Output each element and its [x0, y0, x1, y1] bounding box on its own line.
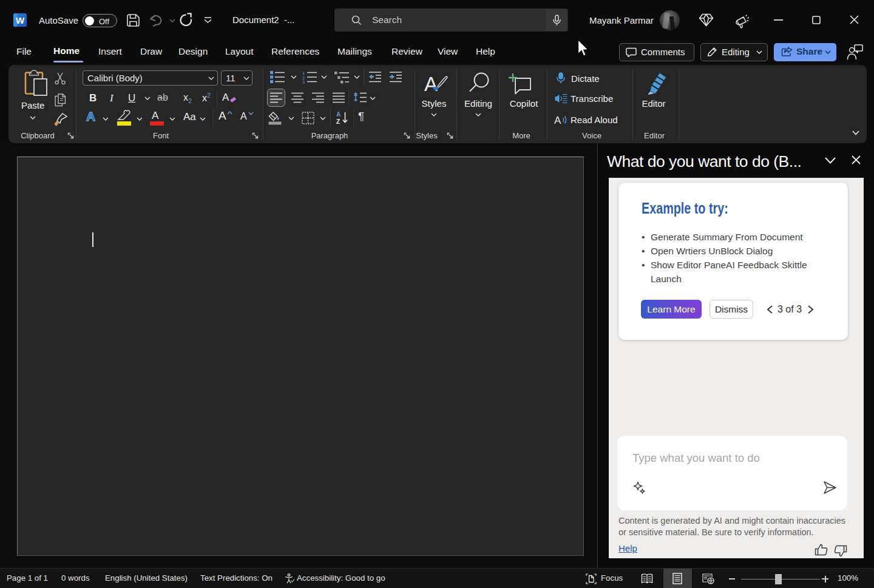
svg-text:W: W: [16, 15, 25, 25]
svg-text:A: A: [554, 115, 561, 126]
svg-text:A: A: [424, 73, 438, 95]
svg-text:Z: Z: [336, 118, 340, 125]
svg-text:3: 3: [302, 79, 305, 84]
svg-text:A: A: [336, 111, 340, 118]
